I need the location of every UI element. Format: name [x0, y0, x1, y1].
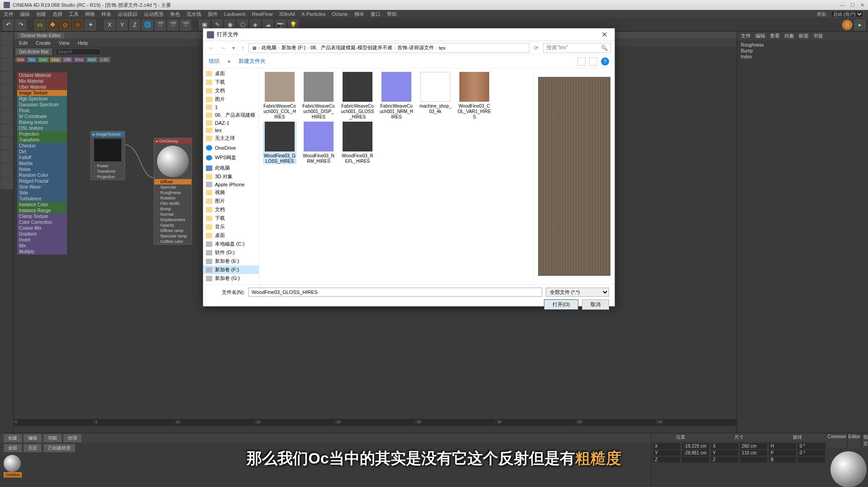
breadcrumb-item[interactable]: 首饰-讲师源文件: [397, 44, 434, 51]
search-input[interactable]: [56, 48, 101, 55]
axis-y-icon[interactable]: Y: [117, 19, 128, 30]
material-type-item[interactable]: Instance Range: [17, 208, 67, 213]
get-active-mat-button[interactable]: Get Active Mat: [15, 48, 52, 55]
lock-icon[interactable]: [0, 163, 13, 176]
tree-item[interactable]: 无主之球: [203, 134, 259, 142]
redo-icon[interactable]: ↷: [15, 19, 26, 30]
filter-tag[interactable]: Gen: [38, 57, 49, 62]
file-item[interactable]: WoodFine03_NRM_HIRES: [302, 122, 335, 164]
tree-item[interactable]: OneDrive: [203, 144, 259, 151]
attribute-item[interactable]: Index: [739, 54, 866, 60]
menu-item[interactable]: 运动跟踪: [118, 11, 138, 18]
scale-tool-icon[interactable]: ◇: [60, 19, 71, 30]
tab[interactable]: 创建: [4, 434, 22, 442]
coord-value[interactable]: P: [769, 450, 796, 456]
material-type-item[interactable]: Instance Color: [17, 202, 67, 208]
node-port[interactable]: Diffuse: [154, 179, 191, 184]
tab[interactable]: 无层: [24, 444, 42, 452]
material-type-item[interactable]: Cosine Mix: [17, 225, 67, 231]
menu-item[interactable]: 文件: [741, 33, 751, 39]
octane-logo-icon[interactable]: S: [842, 19, 853, 30]
coord-value[interactable]: [740, 457, 767, 463]
filetype-select[interactable]: 全部文件 (*.*): [546, 288, 609, 297]
texture-mode-icon[interactable]: [0, 111, 13, 123]
attribute-item[interactable]: Roughness: [739, 42, 866, 48]
menu-item[interactable]: 编辑: [20, 11, 30, 18]
tree-item[interactable]: 下载: [203, 78, 259, 86]
material-type-item[interactable]: Uber Material: [17, 84, 67, 90]
preview-pane-button[interactable]: [589, 57, 597, 66]
material-type-item[interactable]: Dirt: [17, 149, 67, 155]
filename-input[interactable]: [248, 288, 542, 297]
misc-tool-icon[interactable]: [0, 176, 13, 189]
axis-x-icon[interactable]: X: [104, 19, 115, 30]
menu-item[interactable]: 窗口: [371, 11, 381, 18]
coord-value[interactable]: -19.229 cm: [682, 443, 709, 449]
globe-icon[interactable]: 🌐: [142, 19, 153, 30]
menu-item[interactable]: View: [59, 40, 70, 46]
octane-live-icon[interactable]: ▸: [854, 19, 865, 30]
rotate-tool-icon[interactable]: ○: [72, 19, 83, 30]
filter-tag[interactable]: Mat: [15, 57, 26, 62]
filter-tag[interactable]: Tex: [27, 57, 37, 62]
tree-item[interactable]: 3D 对象: [203, 172, 259, 181]
material-type-item[interactable]: Mix: [17, 243, 67, 249]
filter-tag[interactable]: Ems: [73, 57, 85, 62]
node-image-texture[interactable]: ImageTexture PowerTransformProjection: [91, 131, 125, 180]
dialog-close-button[interactable]: ✕: [598, 30, 611, 39]
coord-value[interactable]: X: [711, 443, 738, 449]
node-port[interactable]: Opacity: [154, 222, 191, 228]
coord-value[interactable]: 110 cm: [740, 450, 767, 456]
material-type-item[interactable]: Sine Wave: [17, 184, 67, 190]
tree-item[interactable]: 桌面: [203, 231, 259, 240]
material-type-item[interactable]: Image Texture: [17, 90, 67, 96]
menu-item[interactable]: 样条: [101, 11, 111, 18]
menu-item[interactable]: 帮助: [387, 11, 397, 18]
filter-tag[interactable]: Map: [50, 57, 62, 62]
material-type-item[interactable]: Invert: [17, 237, 67, 243]
material-type-item[interactable]: Gaussian Spectrum: [17, 102, 67, 108]
coord-value[interactable]: H: [769, 443, 796, 449]
node-port[interactable]: Specular: [154, 184, 191, 190]
breadcrumb[interactable]: 🖥›此电脑›新加卷 (F:)›06、产品表现建模篇-模型创建并不难›首饰-讲师源…: [248, 43, 529, 53]
tab[interactable]: Common: [827, 433, 848, 448]
help-button[interactable]: ?: [601, 57, 609, 66]
coord-value[interactable]: [682, 457, 709, 463]
menu-item[interactable]: 工具: [69, 11, 79, 18]
maximize-icon[interactable]: ☐: [850, 2, 855, 8]
tree-item[interactable]: Apple iPhone: [203, 181, 259, 188]
breadcrumb-item[interactable]: tex: [439, 45, 446, 51]
menu-item[interactable]: 插件: [208, 11, 218, 18]
forward-button[interactable]: →: [219, 45, 228, 51]
menu-item[interactable]: 3DtoAll: [279, 11, 295, 17]
menu-item[interactable]: RealFlow: [252, 11, 273, 17]
tree-item[interactable]: 文档: [203, 205, 259, 214]
node-port[interactable]: Bump: [154, 206, 191, 212]
close-icon[interactable]: ✕: [860, 2, 864, 8]
tree-item[interactable]: 文档: [203, 86, 259, 95]
file-item[interactable]: WoodFine03_REFL_HIRES: [341, 122, 374, 164]
material-type-item[interactable]: Random Color: [17, 172, 67, 178]
render-region-icon[interactable]: 🎬: [167, 19, 178, 30]
material-type-item[interactable]: Multiply: [17, 249, 67, 255]
material-type-item[interactable]: Ridged Fractal: [17, 178, 67, 184]
menu-item[interactable]: 查看: [770, 33, 780, 39]
menu-item[interactable]: 选择: [52, 11, 62, 18]
select-tool-icon[interactable]: ▭: [34, 19, 45, 30]
material-type-item[interactable]: Octane Material: [17, 72, 67, 78]
material-type-item[interactable]: Falloff: [17, 155, 67, 161]
menu-item[interactable]: 脚本: [354, 11, 364, 18]
material-type-item[interactable]: Checker: [17, 143, 67, 149]
tree-item[interactable]: 本地磁盘 (C:): [203, 240, 259, 248]
menu-item[interactable]: 标签: [799, 33, 809, 39]
snap-icon[interactable]: [0, 137, 13, 150]
tab[interactable]: 指定: [862, 433, 868, 448]
edge-mode-icon[interactable]: [0, 85, 13, 97]
filter-tag[interactable]: Med: [86, 57, 98, 62]
coord-value[interactable]: 0 °: [798, 443, 825, 449]
material-type-item[interactable]: OSL texture: [17, 125, 67, 131]
coord-value[interactable]: Z: [711, 457, 738, 463]
coord-value[interactable]: [798, 457, 825, 463]
coord-value[interactable]: -28.961 cm: [682, 450, 709, 456]
tab[interactable]: 编辑: [24, 434, 42, 442]
